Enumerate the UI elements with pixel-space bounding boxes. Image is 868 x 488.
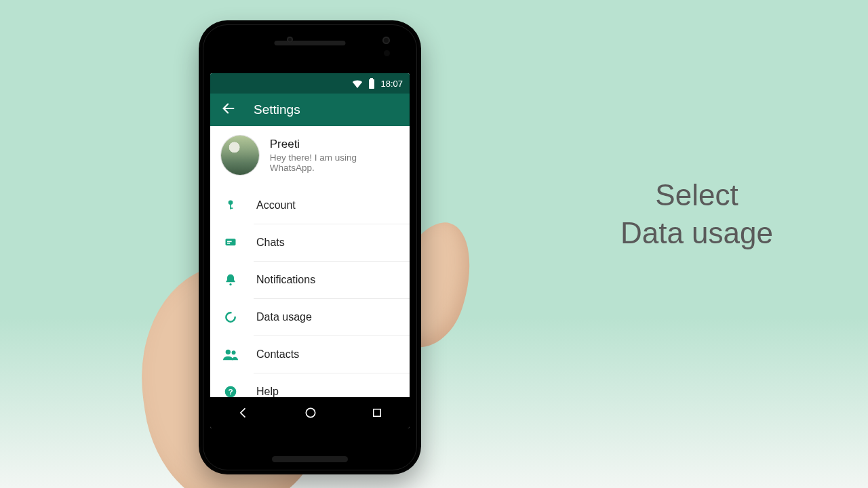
settings-list: Account Chats Notification	[210, 187, 410, 397]
page-title: Settings	[254, 102, 300, 117]
svg-rect-8	[227, 243, 230, 244]
nav-back-icon[interactable]	[237, 406, 250, 420]
svg-rect-7	[227, 241, 232, 243]
phone-screen: 18:07 Settings Preeti Hey there! I am us…	[210, 73, 410, 428]
help-icon: ?	[222, 384, 239, 397]
instruction-text: Select Data usage	[620, 176, 773, 253]
settings-item-contacts[interactable]: Contacts	[210, 336, 410, 373]
wifi-icon	[352, 79, 363, 88]
settings-item-label: Account	[256, 199, 296, 211]
svg-rect-0	[369, 79, 374, 89]
data-icon	[222, 309, 239, 325]
profile-status: Hey there! I am using WhatsApp.	[270, 152, 399, 173]
settings-item-help[interactable]: ? Help	[210, 373, 410, 397]
instruction-line: Select	[620, 176, 773, 214]
key-icon	[222, 197, 239, 214]
avatar	[221, 136, 259, 175]
back-icon[interactable]	[221, 101, 236, 119]
svg-point-3	[229, 201, 233, 205]
status-time: 18:07	[380, 79, 403, 89]
profile-row[interactable]: Preeti Hey there! I am using WhatsApp.	[210, 126, 410, 187]
svg-rect-1	[370, 78, 373, 79]
phone-device: 18:07 Settings Preeti Hey there! I am us…	[199, 20, 421, 474]
app-bar: Settings	[210, 94, 410, 126]
status-bar: 18:07	[210, 73, 410, 94]
settings-item-label: Chats	[256, 237, 285, 249]
svg-point-12	[232, 350, 236, 354]
svg-point-11	[226, 350, 231, 354]
pointing-finger	[250, 283, 298, 439]
tutorial-frame: 18:07 Settings Preeti Hey there! I am us…	[0, 0, 868, 488]
settings-content: Preeti Hey there! I am using WhatsApp. A…	[210, 126, 410, 397]
people-icon	[222, 346, 239, 363]
nav-home-icon[interactable]	[304, 406, 317, 420]
settings-item-account[interactable]: Account	[210, 187, 410, 224]
svg-rect-16	[373, 409, 380, 417]
svg-point-9	[229, 283, 231, 285]
instruction-line: Data usage	[620, 214, 773, 252]
chat-icon	[222, 235, 239, 251]
profile-name: Preeti	[270, 138, 399, 151]
android-nav-bar	[210, 397, 410, 428]
svg-point-15	[306, 408, 315, 417]
svg-rect-5	[230, 207, 233, 209]
settings-item-data-usage[interactable]: Data usage	[210, 299, 410, 336]
svg-point-10	[226, 312, 235, 321]
battery-icon	[368, 78, 375, 89]
nav-recent-icon[interactable]	[371, 407, 383, 419]
settings-item-notifications[interactable]: Notifications	[210, 262, 410, 298]
bell-icon	[222, 272, 239, 288]
settings-item-chats[interactable]: Chats	[210, 224, 410, 261]
svg-text:?: ?	[228, 387, 233, 396]
